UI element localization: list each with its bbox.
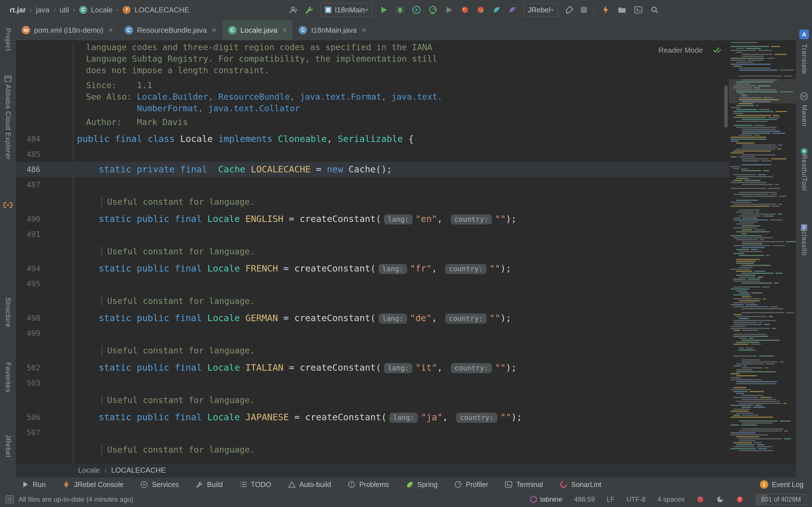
tab-locale-java[interactable]: CLocale.java× — [222, 20, 293, 40]
jrebel-select[interactable]: JRebel ▾ — [523, 3, 558, 17]
inspection-ok-icon[interactable] — [712, 45, 722, 55]
comment-text: Useful constant for language. — [101, 197, 255, 207]
editor-breadcrumb-locale[interactable]: Locale — [78, 466, 100, 474]
class-icon: C — [79, 6, 87, 14]
editor-panel[interactable]: language codes and three-digit region co… — [16, 40, 796, 463]
breadcrumb-item-util[interactable]: util — [60, 6, 69, 14]
status-toggle-icon[interactable] — [6, 496, 13, 503]
stripe-item-restfultool[interactable]: RestfulTool — [801, 154, 808, 191]
breadcrumb-item-rtjar[interactable]: rt.jar — [10, 6, 26, 14]
jrebel-remote-icon[interactable] — [508, 5, 517, 14]
lightning-icon[interactable] — [601, 5, 610, 15]
minimap-line — [729, 237, 796, 238]
stripe-item-favorites[interactable]: Favorites — [4, 362, 12, 393]
maven-stripe-icon[interactable] — [799, 92, 809, 101]
doc-link[interactable]: java.text.Format — [300, 92, 382, 102]
update-badge-icon[interactable] — [696, 496, 704, 503]
tool-button-profiler[interactable]: Profiler — [454, 480, 488, 489]
stripe-item-jrebel[interactable]: JRebel — [4, 435, 12, 457]
run-disabled-button[interactable] — [444, 5, 454, 15]
debug-button[interactable] — [395, 5, 405, 15]
stripe-item-structure[interactable]: Structure — [4, 297, 12, 327]
tabnine-widget[interactable]: tabnine — [529, 496, 562, 503]
stripe-item-translate[interactable]: Translate — [801, 44, 808, 74]
stripe-item-jclasslib[interactable]: jclasslib — [801, 230, 808, 256]
doc-link[interactable]: java.text.Collator — [208, 103, 300, 113]
line-separator[interactable]: LF — [607, 496, 615, 503]
breadcrumb-item-locale[interactable]: Locale — [91, 6, 113, 14]
tool-button-todo[interactable]: TODO — [239, 480, 271, 489]
tool-button-label: Auto-build — [299, 481, 331, 489]
tab-pom-xml-i18n-demo[interactable]: mpom.xml (i18n-demo)× — [16, 20, 119, 40]
doc-line: Author: Mark Davis — [16, 116, 729, 128]
editor-breadcrumb-localecache[interactable]: LOCALECACHE — [111, 466, 166, 474]
run-configuration-select[interactable]: I18nMain ▾ — [320, 3, 372, 17]
do-not-disturb-icon[interactable] — [716, 496, 724, 503]
fatal-error-icon[interactable] — [736, 496, 744, 503]
folded-doc-comment[interactable]: Useful constant for language. — [16, 192, 729, 211]
alibaba-cloud-icon[interactable] — [3, 200, 13, 210]
doc-link[interactable]: java.text. — [392, 92, 443, 102]
minimap-line — [729, 271, 796, 272]
breadcrumb-item-java[interactable]: java — [36, 6, 50, 14]
run-with-coverage-button[interactable] — [412, 5, 421, 15]
tool-button-problems[interactable]: Problems — [347, 480, 389, 489]
tool-button-sonarlint[interactable]: SonarLint — [559, 480, 601, 489]
editor-scrollbar-thumb[interactable] — [724, 86, 728, 128]
minimap-line — [729, 316, 796, 317]
close-icon[interactable]: × — [283, 25, 287, 35]
reader-mode-toggle[interactable]: Reader Mode — [658, 46, 703, 55]
tool-button-services[interactable]: Services — [140, 480, 179, 489]
tool-button-build[interactable]: Build — [195, 480, 223, 489]
stripe-item-alibaba-cloud-explorer[interactable]: Alibaba Cloud Explorer — [4, 84, 12, 160]
close-icon[interactable]: × — [212, 25, 216, 35]
caret-position[interactable]: 486:59 — [574, 496, 595, 503]
folded-doc-comment[interactable]: Useful constant for language. — [16, 291, 729, 311]
minimap-line — [729, 413, 796, 414]
code-token: , — [208, 92, 218, 102]
tool-button-spring[interactable]: Spring — [405, 480, 438, 489]
doc-link[interactable]: NumberFormat — [137, 103, 198, 113]
build-wrench-icon[interactable] — [304, 5, 314, 15]
stripe-item-project[interactable]: Project — [4, 28, 12, 51]
tool-button-run[interactable]: Run — [21, 480, 46, 489]
folded-doc-comment[interactable]: Useful constant for language. — [16, 242, 729, 261]
folded-doc-comment[interactable]: Useful constant for language. — [16, 440, 729, 459]
jrebel-debug-icon[interactable] — [476, 5, 485, 14]
tool-button-terminal[interactable]: Terminal — [504, 480, 543, 489]
brush-icon[interactable] — [564, 5, 574, 15]
minimap-line — [729, 113, 796, 114]
doc-link[interactable]: Locale.Builder — [137, 92, 208, 102]
tab-i18nmain-java[interactable]: CI18nMain.java× — [293, 20, 372, 40]
file-encoding[interactable]: UTF-8 — [626, 496, 646, 503]
code-line: 498 static public final Locale GERMAN = … — [16, 311, 729, 326]
tool-button-jrebel-console[interactable]: JRebel Console — [62, 480, 124, 489]
pin-window-icon[interactable] — [3, 74, 13, 83]
close-icon[interactable]: × — [362, 25, 366, 35]
tab-resourcebundle-java[interactable]: CResourceBundle.java× — [119, 20, 222, 40]
translate-icon[interactable]: A — [799, 30, 809, 39]
minimap-viewport[interactable] — [729, 79, 796, 103]
folded-doc-comment[interactable]: Useful constant for language. — [16, 341, 729, 360]
run-button[interactable] — [379, 5, 389, 15]
xrebel-icon[interactable] — [492, 5, 501, 14]
jrebel-run-icon[interactable] — [460, 5, 469, 14]
user-account-button[interactable]: ▾ — [288, 5, 297, 15]
folder-icon[interactable] — [617, 5, 627, 15]
search-icon[interactable] — [650, 5, 659, 15]
indent-style[interactable]: 4 spaces — [658, 496, 684, 503]
terminal-icon[interactable] — [633, 5, 643, 15]
code-token: GERMAN — [245, 313, 283, 323]
stop-button[interactable] — [581, 7, 587, 13]
folded-doc-comment[interactable]: Useful constant for language. — [16, 390, 729, 409]
tool-button-auto-build[interactable]: Auto-build — [288, 480, 331, 489]
tool-button-event-log[interactable]: 1Event Log — [760, 480, 804, 489]
breadcrumb-item-localecache[interactable]: LOCALECACHE — [135, 6, 189, 14]
close-icon[interactable]: × — [109, 25, 113, 35]
doc-link[interactable]: ResourceBundle — [218, 92, 290, 102]
minimap-line — [729, 42, 796, 43]
minimap[interactable] — [729, 40, 796, 463]
memory-indicator[interactable]: 801 of 4029M — [756, 494, 806, 505]
profiler-button[interactable]: ▾ — [428, 5, 437, 15]
stripe-item-maven[interactable]: Maven — [801, 105, 808, 126]
